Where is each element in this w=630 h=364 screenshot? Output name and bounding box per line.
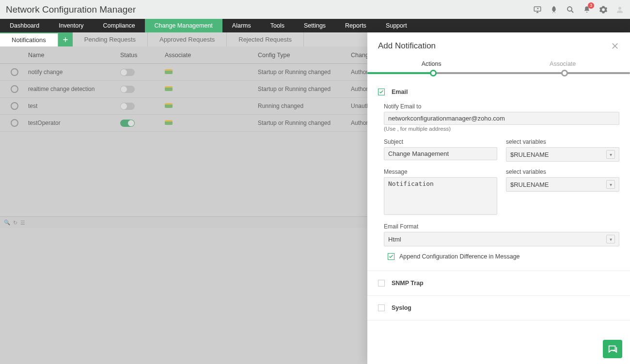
chevron-down-icon: ▾ xyxy=(606,235,615,243)
notify-email-block: Notify Email to (Use , for multiple addr… xyxy=(384,103,619,132)
chat-fab-icon[interactable] xyxy=(603,340,622,358)
tab-pending-requests[interactable]: Pending Requests xyxy=(73,32,148,46)
tab-approved-requests[interactable]: Approved Requests xyxy=(148,32,227,46)
email-checkbox[interactable] xyxy=(378,89,385,95)
message-variables-label: select variables xyxy=(506,168,619,175)
svg-point-2 xyxy=(618,7,621,10)
nav-inventory[interactable]: Inventory xyxy=(49,19,93,32)
subject-variables-label: select variables xyxy=(506,138,619,145)
monitor-icon[interactable] xyxy=(533,5,542,14)
bell-icon[interactable]: 3 xyxy=(583,5,591,14)
topbar: Network Configuration Manager 3 xyxy=(0,0,630,19)
add-notification-tab-button[interactable] xyxy=(58,32,73,46)
notify-email-hint: (Use , for multiple address) xyxy=(384,126,619,132)
subject-input[interactable] xyxy=(384,147,497,160)
gear-icon[interactable] xyxy=(599,5,608,14)
step-dot-associate xyxy=(561,70,568,76)
nav-change-management[interactable]: Change Management xyxy=(145,19,222,32)
user-avatar-icon[interactable] xyxy=(615,5,624,14)
subject-row: Subject select variables $RULENAME ▾ xyxy=(384,138,619,162)
divider xyxy=(367,271,630,271)
notify-email-label: Notify Email to xyxy=(384,103,619,110)
step-dot-actions xyxy=(430,70,437,76)
syslog-section-label: Syslog xyxy=(392,304,411,311)
snmp-checkbox[interactable] xyxy=(378,280,385,287)
message-textarea[interactable] xyxy=(384,177,497,215)
add-notification-panel: Add Notification Actions Associate Email… xyxy=(367,32,630,364)
append-diff-label: Append Configuration Difference in Messa… xyxy=(399,253,520,260)
email-section-toggle[interactable]: Email xyxy=(378,89,619,95)
nav-tools[interactable]: Tools xyxy=(261,19,294,32)
notification-badge: 3 xyxy=(588,2,594,9)
nav-compliance[interactable]: Compliance xyxy=(94,19,145,32)
email-format-select[interactable]: Html ▾ xyxy=(384,232,619,246)
nav-settings[interactable]: Settings xyxy=(294,19,335,32)
search-icon[interactable] xyxy=(566,5,575,14)
nav-alarms[interactable]: Alarms xyxy=(222,19,261,32)
syslog-section-toggle[interactable]: Syslog xyxy=(378,304,619,311)
main-nav: Dashboard Inventory Compliance Change Ma… xyxy=(0,19,630,32)
nav-reports[interactable]: Reports xyxy=(335,19,376,32)
subject-variable-select[interactable]: $RULENAME ▾ xyxy=(506,147,619,162)
notify-email-input[interactable] xyxy=(384,112,619,125)
close-icon[interactable] xyxy=(611,42,619,50)
message-variable-select[interactable]: $RULENAME ▾ xyxy=(506,177,619,192)
panel-title: Add Notification xyxy=(378,41,436,51)
subject-label: Subject xyxy=(384,138,497,145)
chevron-down-icon: ▾ xyxy=(606,180,615,189)
app-title: Network Configuration Manager xyxy=(6,4,136,15)
nav-support[interactable]: Support xyxy=(376,19,417,32)
email-format-label: Email Format xyxy=(384,223,619,230)
syslog-checkbox[interactable] xyxy=(378,304,385,311)
subject-variable-value: $RULENAME xyxy=(510,151,549,158)
divider xyxy=(367,295,630,296)
chevron-down-icon: ▾ xyxy=(606,150,615,159)
rocket-icon[interactable] xyxy=(550,5,558,14)
tab-rejected-requests[interactable]: Rejected Requests xyxy=(227,32,304,46)
email-format-value: Html xyxy=(388,236,401,243)
step-associate[interactable]: Associate xyxy=(550,61,576,67)
snmp-section-toggle[interactable]: SNMP Trap xyxy=(378,280,619,287)
message-row: Message select variables $RULENAME ▾ xyxy=(384,168,619,216)
email-section-label: Email xyxy=(392,89,408,95)
panel-head: Add Notification xyxy=(367,32,630,61)
email-format-block: Email Format Html ▾ xyxy=(384,223,619,246)
stepper: Actions Associate xyxy=(367,61,630,84)
panel-body: Email Notify Email to (Use , for multipl… xyxy=(367,84,630,364)
append-diff-checkbox[interactable] xyxy=(388,253,394,260)
snmp-section-label: SNMP Trap xyxy=(392,280,424,287)
tab-notifications[interactable]: Notifications xyxy=(0,32,58,46)
message-variable-value: $RULENAME xyxy=(510,181,549,188)
message-label: Message xyxy=(384,168,497,175)
append-diff-row[interactable]: Append Configuration Difference in Messa… xyxy=(388,253,619,260)
topbar-icons: 3 xyxy=(533,5,624,14)
nav-dashboard[interactable]: Dashboard xyxy=(0,19,49,32)
step-actions[interactable]: Actions xyxy=(422,61,441,67)
svg-point-1 xyxy=(567,7,572,11)
divider xyxy=(367,320,630,320)
